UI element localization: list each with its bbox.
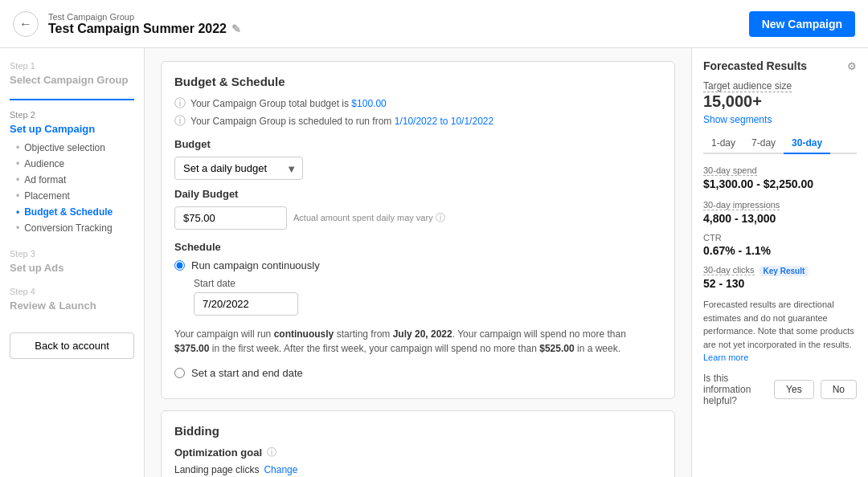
sidebar-item-objective[interactable]: Objective selection	[16, 140, 134, 156]
set-start-end-radio[interactable]	[174, 368, 185, 378]
sidebar-item-placement[interactable]: Placement	[16, 188, 134, 204]
step3-label: Step 3	[10, 249, 134, 259]
daily-budget-label: Daily Budget	[174, 188, 661, 200]
new-campaign-button[interactable]: New Campaign	[749, 11, 855, 37]
step3-section: Step 3 Set up Ads	[10, 249, 134, 274]
clicks-value: 52 - 130	[703, 277, 857, 290]
budget-section-label: Budget	[174, 138, 661, 150]
optimization-goal-question-icon[interactable]: ⓘ	[267, 446, 276, 459]
spend-metric: 30-day spend $1,300.00 - $2,250.00	[703, 164, 857, 190]
step2-title: Set up Campaign	[10, 123, 134, 135]
start-date-label: Start date	[194, 278, 661, 289]
budget-type-select[interactable]: Set a daily budget Set a total budget	[174, 157, 303, 180]
helpful-row: Is this information helpful? Yes No	[703, 373, 857, 406]
back-button[interactable]: ←	[13, 11, 39, 37]
gear-icon[interactable]: ⚙	[847, 60, 857, 72]
step2-items: Objective selection Audience Ad format P…	[10, 140, 134, 236]
spend-value: $1,300.00 - $2,250.00	[703, 177, 857, 190]
helpful-buttons: Yes No	[774, 380, 857, 399]
schedule-section: Schedule Run campaign continuously Start…	[174, 241, 661, 379]
tab-7day[interactable]: 7-day	[743, 133, 784, 154]
ctr-label: CTR	[703, 233, 857, 243]
budget-link[interactable]: $100.00	[351, 98, 386, 109]
forecast-note: Forecasted results are directional estim…	[703, 298, 857, 365]
audience-size-label: Target audience size	[703, 80, 857, 92]
key-result-badge: Key Result	[760, 266, 809, 276]
clicks-label: 30-day clicks	[703, 265, 755, 275]
show-segments-link[interactable]: Show segments	[703, 114, 857, 125]
campaign-note: Your campaign will run continuously star…	[174, 324, 661, 359]
sidebar: Step 1 Select Campaign Group Step 2 Set …	[0, 48, 145, 477]
ctr-value: 0.67% - 1.1%	[703, 244, 857, 257]
budget-schedule-card: Budget & Schedule ⓘ Your Campaign Group …	[161, 61, 675, 399]
step1-label: Step 1	[10, 61, 134, 71]
step1-section: Step 1 Select Campaign Group	[10, 61, 134, 86]
budget-schedule-title: Budget & Schedule	[174, 75, 661, 88]
info-text-2: Your Campaign Group is scheduled to run …	[190, 116, 493, 127]
schedule-label: Schedule	[174, 241, 661, 253]
forecasted-results-title: Forecasted Results	[703, 59, 807, 72]
bidding-card: Bidding Optimization goal ⓘ Landing page…	[161, 410, 675, 477]
right-panel: Forecasted Results ⚙ Target audience siz…	[691, 48, 868, 477]
step4-title: Review & Launch	[10, 300, 134, 312]
campaign-name: Test Campaign Summer 2022	[48, 22, 227, 36]
run-continuously-radio[interactable]	[174, 260, 185, 271]
ctr-metric: CTR 0.67% - 1.1%	[703, 233, 857, 257]
campaign-titles: Test Campaign Group Test Campaign Summer…	[48, 12, 241, 36]
step3-title: Set up Ads	[10, 262, 134, 274]
sidebar-item-audience[interactable]: Audience	[16, 156, 134, 172]
run-continuously-label[interactable]: Run campaign continuously	[191, 259, 320, 271]
step2-label: Step 2	[10, 110, 134, 120]
info-row-1: ⓘ Your Campaign Group total budget is $1…	[174, 96, 661, 111]
sidebar-item-conversion[interactable]: Conversion Tracking	[16, 220, 134, 236]
daily-budget-hint: Actual amount spent daily may vary ⓘ	[293, 211, 445, 225]
bidding-title: Bidding	[174, 424, 661, 438]
yes-button[interactable]: Yes	[774, 380, 814, 399]
optimization-goal-label: Optimization goal	[174, 446, 262, 459]
back-to-account-button[interactable]: Back to account	[10, 332, 134, 359]
impressions-metric: 30-day impressions 4,800 - 13,000	[703, 198, 857, 225]
audience-size-value: 15,000+	[703, 92, 857, 111]
info-row-2: ⓘ Your Campaign Group is scheduled to ru…	[174, 114, 661, 128]
set-start-end-label[interactable]: Set a start and end date	[191, 367, 303, 379]
change-link[interactable]: Change	[264, 464, 297, 475]
helpful-label: Is this information helpful?	[703, 373, 774, 406]
day-tabs: 1-day 7-day 30-day	[703, 133, 857, 154]
spend-label: 30-day spend	[703, 165, 757, 176]
daily-budget-question-icon[interactable]: ⓘ	[436, 212, 445, 223]
sidebar-item-budget[interactable]: Budget & Schedule	[16, 204, 134, 220]
learn-more-link[interactable]: Learn more	[703, 353, 748, 362]
no-button[interactable]: No	[821, 380, 857, 399]
start-date-input[interactable]	[194, 292, 298, 316]
tab-1day[interactable]: 1-day	[703, 133, 743, 154]
info-icon-1: ⓘ	[174, 96, 186, 111]
budget-dropdown-wrapper: Set a daily budget Set a total budget ▼	[174, 157, 303, 180]
step4-label: Step 4	[10, 287, 134, 296]
step1-title: Select Campaign Group	[10, 74, 134, 86]
optimization-goal-row: Optimization goal ⓘ	[174, 446, 661, 459]
set-start-end-row: Set a start and end date	[174, 367, 661, 379]
tab-30day[interactable]: 30-day	[784, 133, 830, 154]
campaign-group-name: Test Campaign Group	[48, 12, 241, 22]
clicks-metric: 30-day clicks Key Result 52 - 130	[703, 265, 857, 290]
sidebar-item-adformat[interactable]: Ad format	[16, 172, 134, 188]
info-text-1: Your Campaign Group total budget is $100…	[190, 98, 387, 109]
landing-page-clicks-label: Landing page clicks	[174, 464, 259, 475]
edit-icon[interactable]: ✎	[231, 22, 241, 35]
step4-section: Step 4 Review & Launch	[10, 287, 134, 312]
impressions-label: 30-day impressions	[703, 200, 780, 210]
run-continuously-row: Run campaign continuously	[174, 259, 661, 271]
content-area: Budget & Schedule ⓘ Your Campaign Group …	[145, 48, 691, 477]
step2-section: Step 2 Set up Campaign Objective selecti…	[10, 110, 134, 236]
info-icon-2: ⓘ	[174, 114, 186, 128]
daily-budget-input[interactable]	[174, 206, 287, 230]
schedule-link[interactable]: 1/10/2022 to 10/1/2022	[395, 116, 493, 127]
impressions-value: 4,800 - 13,000	[703, 212, 857, 225]
landing-page-row: Landing page clicks Change	[174, 464, 661, 475]
forecasted-results-header: Forecasted Results ⚙	[703, 59, 857, 72]
